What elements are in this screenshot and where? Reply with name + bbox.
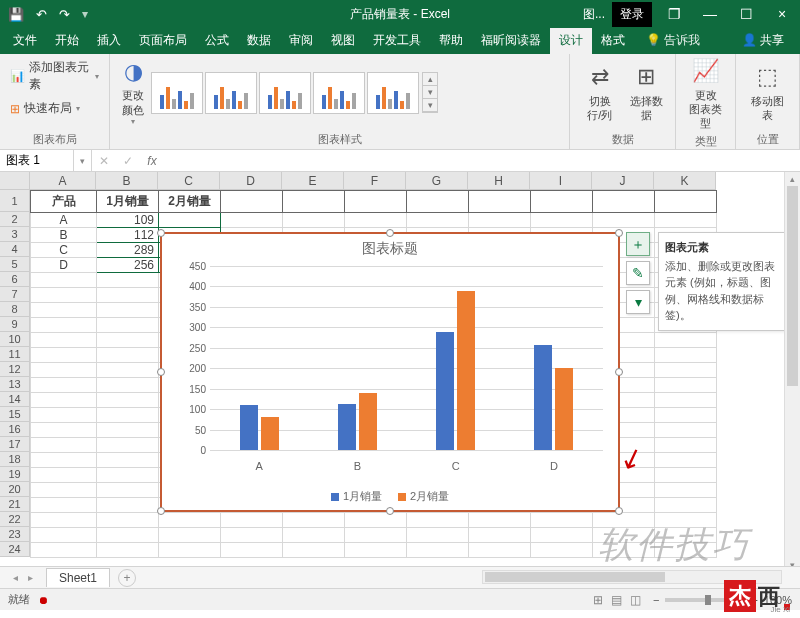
col-header[interactable]: C bbox=[158, 172, 220, 190]
add-chart-element-button[interactable]: 📊添加图表元素▾ bbox=[6, 57, 103, 95]
cell[interactable] bbox=[221, 513, 283, 528]
cell[interactable] bbox=[407, 543, 469, 558]
legend-item[interactable]: 1月销量 bbox=[331, 489, 382, 504]
cell[interactable] bbox=[345, 543, 407, 558]
row-header[interactable]: 17 bbox=[0, 437, 30, 452]
cell[interactable] bbox=[655, 528, 717, 543]
chart-title[interactable]: 图表标题 bbox=[162, 234, 618, 264]
minimize-button[interactable]: — bbox=[692, 2, 728, 26]
add-sheet-button[interactable]: + bbox=[118, 569, 136, 587]
view-pagebreak-icon[interactable]: ◫ bbox=[630, 593, 641, 607]
cell[interactable] bbox=[593, 543, 655, 558]
bar[interactable] bbox=[359, 393, 377, 450]
bar[interactable] bbox=[261, 417, 279, 450]
cell[interactable] bbox=[655, 191, 717, 213]
cell[interactable] bbox=[97, 303, 159, 318]
cell[interactable] bbox=[407, 513, 469, 528]
cell[interactable] bbox=[655, 468, 717, 483]
cell[interactable] bbox=[97, 363, 159, 378]
chart-style-thumb[interactable] bbox=[313, 72, 365, 114]
row-header[interactable]: 24 bbox=[0, 542, 30, 557]
col-header[interactable]: G bbox=[406, 172, 468, 190]
cell[interactable] bbox=[469, 213, 531, 228]
cell[interactable] bbox=[97, 528, 159, 543]
bar-group[interactable] bbox=[505, 266, 603, 450]
cell[interactable] bbox=[593, 528, 655, 543]
change-chart-type-button[interactable]: 📈更改 图表类型 bbox=[682, 57, 729, 130]
col-header[interactable]: K bbox=[654, 172, 716, 190]
redo-icon[interactable]: ↷ bbox=[59, 7, 70, 22]
cell[interactable] bbox=[345, 191, 407, 213]
row-header[interactable]: 3 bbox=[0, 227, 30, 242]
bar[interactable] bbox=[555, 368, 573, 450]
close-button[interactable]: × bbox=[764, 2, 800, 26]
cell[interactable] bbox=[655, 393, 717, 408]
vertical-scrollbar[interactable]: ▴▾ bbox=[784, 172, 800, 572]
row-header[interactable]: 22 bbox=[0, 512, 30, 527]
cell[interactable] bbox=[31, 483, 97, 498]
resize-handle[interactable] bbox=[157, 229, 165, 237]
cell[interactable] bbox=[283, 513, 345, 528]
bar[interactable] bbox=[240, 405, 258, 450]
col-header[interactable]: E bbox=[282, 172, 344, 190]
ribbon-tab-开始[interactable]: 开始 bbox=[46, 27, 88, 54]
cell[interactable] bbox=[31, 288, 97, 303]
cell[interactable] bbox=[31, 468, 97, 483]
cell[interactable]: 112 bbox=[97, 228, 159, 243]
bar-group[interactable] bbox=[210, 266, 308, 450]
cell[interactable] bbox=[531, 191, 593, 213]
view-normal-icon[interactable]: ⊞ bbox=[593, 593, 603, 607]
cell[interactable] bbox=[655, 423, 717, 438]
cell[interactable] bbox=[531, 543, 593, 558]
ribbon-tab-开发工具[interactable]: 开发工具 bbox=[364, 27, 430, 54]
cell[interactable] bbox=[593, 213, 655, 228]
cell[interactable] bbox=[97, 513, 159, 528]
cell[interactable] bbox=[655, 213, 717, 228]
fx-icon[interactable]: fx bbox=[140, 154, 164, 168]
cell[interactable] bbox=[31, 348, 97, 363]
legend-item[interactable]: 2月销量 bbox=[398, 489, 449, 504]
row-header[interactable]: 15 bbox=[0, 407, 30, 422]
cell[interactable]: C bbox=[31, 243, 97, 258]
tell-me[interactable]: 💡 告诉我 bbox=[640, 27, 706, 54]
cell[interactable] bbox=[31, 363, 97, 378]
worksheet-grid[interactable]: ABCDEFGHIJK 1234567891011121314151617181… bbox=[0, 172, 800, 566]
cell[interactable] bbox=[159, 213, 221, 228]
cell[interactable] bbox=[531, 513, 593, 528]
cell[interactable] bbox=[469, 513, 531, 528]
cell[interactable] bbox=[97, 273, 159, 288]
cell[interactable] bbox=[469, 191, 531, 213]
cell[interactable]: 2月销量 bbox=[159, 191, 221, 213]
ribbon-tab-审阅[interactable]: 审阅 bbox=[280, 27, 322, 54]
cell[interactable] bbox=[655, 438, 717, 453]
row-header[interactable]: 19 bbox=[0, 467, 30, 482]
chart-legend[interactable]: 1月销量2月销量 bbox=[162, 489, 618, 504]
qa-dropdown-icon[interactable]: ▾ bbox=[82, 7, 88, 21]
col-header[interactable]: I bbox=[530, 172, 592, 190]
cell[interactable]: 256 bbox=[97, 258, 159, 273]
save-icon[interactable]: 💾 bbox=[8, 7, 24, 22]
cell[interactable] bbox=[31, 333, 97, 348]
cell[interactable] bbox=[97, 423, 159, 438]
cell[interactable] bbox=[655, 513, 717, 528]
view-pagelayout-icon[interactable]: ▤ bbox=[611, 593, 622, 607]
chart-object[interactable]: 图表标题 050100150200250300350400450 ABCD 1月… bbox=[160, 232, 620, 512]
bar-group[interactable] bbox=[308, 266, 406, 450]
bar[interactable] bbox=[338, 404, 356, 450]
row-header[interactable]: 12 bbox=[0, 362, 30, 377]
sheet-nav[interactable]: ◂▸ bbox=[8, 572, 38, 583]
cell[interactable] bbox=[31, 378, 97, 393]
switch-row-col-button[interactable]: ⇄切换行/列 bbox=[576, 63, 624, 122]
ribbon-tab-页面布局[interactable]: 页面布局 bbox=[130, 27, 196, 54]
row-header[interactable]: 16 bbox=[0, 422, 30, 437]
name-box-input[interactable] bbox=[0, 154, 73, 168]
cell[interactable] bbox=[31, 528, 97, 543]
row-header[interactable]: 7 bbox=[0, 287, 30, 302]
cell[interactable] bbox=[97, 318, 159, 333]
cell[interactable]: A bbox=[31, 213, 97, 228]
cell[interactable] bbox=[655, 378, 717, 393]
resize-handle[interactable] bbox=[615, 507, 623, 515]
row-header[interactable]: 1 bbox=[0, 190, 30, 212]
cell[interactable] bbox=[655, 483, 717, 498]
row-header[interactable]: 18 bbox=[0, 452, 30, 467]
